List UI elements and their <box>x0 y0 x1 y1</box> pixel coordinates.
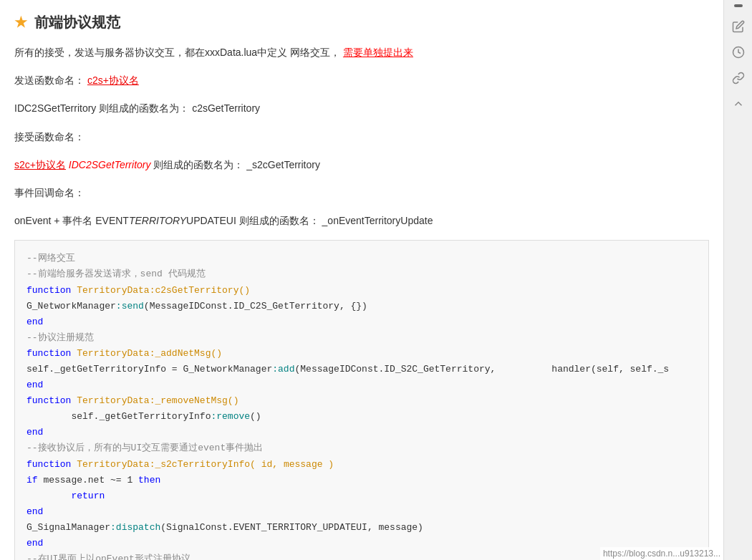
para6-label: 事件回调命名： <box>14 187 85 198</box>
para1-red: 需要单独提出来 <box>343 47 413 58</box>
code-comment-3: --协议注册规范 <box>26 332 94 343</box>
page-title: ★ 前端协议规范 <box>14 13 709 32</box>
paragraph-4: 接受函数命名： <box>14 128 709 146</box>
code-line-return: return <box>26 491 105 501</box>
para1-normal: 所有的接受，发送与服务器协议交互，都在xxxData.lua中定义 网络交互， <box>14 47 340 58</box>
code-end-3: end <box>26 427 43 438</box>
code-line-if: if message.net ~= 1 then <box>26 475 160 486</box>
para5-normal: 则组成的函数名为： _s2cGetTerritory <box>153 159 320 170</box>
code-fn-3: TerritoryData:_removeNetMsg() <box>77 395 238 406</box>
code-block: --网络交互 --前端给服务器发送请求，send 代码规范 function T… <box>14 240 709 560</box>
code-comment-5: --在UI界面上以onEvent形式注册协议 <box>26 554 191 560</box>
code-end-5: end <box>26 538 43 549</box>
code-end-4: end <box>26 506 43 517</box>
code-kw-function-4: function <box>26 459 71 470</box>
pencil-icon[interactable] <box>728 16 749 37</box>
bottom-url: https://blog.csdn.n...u913213... <box>600 547 723 560</box>
code-line-remove: self._getGetTerritoryInfo:remove() <box>26 411 261 422</box>
paragraph-6: 事件回调命名： <box>14 184 709 202</box>
paragraph-5: s2c+协议名 IDC2SGetTerritory 则组成的函数名为： _s2c… <box>14 156 709 174</box>
code-line-dispatch: G_SignalManager:dispatch(SignalConst.EVE… <box>26 522 423 533</box>
clock-icon[interactable] <box>728 42 749 63</box>
code-fn-4: TerritoryData:_s2cTerritoryInfo( id, mes… <box>77 459 334 470</box>
right-sidebar <box>723 0 752 560</box>
star-icon: ★ <box>14 14 27 30</box>
para7-normal: onEvent + 事件名 EVENTTERRITORYUPDATEUI 则组成… <box>14 215 433 226</box>
paragraph-7: onEvent + 事件名 EVENTTERRITORYUPDATEUI 则组成… <box>14 212 709 230</box>
para5-italic: IDC2SGetTerritory <box>69 159 151 170</box>
code-comment-2: --前端给服务器发送请求，send 代码规范 <box>26 269 206 279</box>
paragraph-3: IDC2SGetTerritory 则组成的函数名为： c2sGetTerrit… <box>14 100 709 117</box>
code-fn-2: TerritoryData:_addNetMsg() <box>77 348 222 359</box>
up-arrow-icon[interactable] <box>728 93 749 115</box>
para2-red: c2s+协议名 <box>87 74 139 86</box>
code-line-add: self._getGetTerritoryInfo = G_NetworkMan… <box>26 364 669 375</box>
code-end-2: end <box>26 380 43 390</box>
link-icon[interactable] <box>728 67 749 89</box>
paragraph-2: 发送函数命名： c2s+协议名 <box>14 72 709 90</box>
para2-label: 发送函数命名： <box>14 74 85 86</box>
code-kw-function-1: function <box>26 285 71 296</box>
code-kw-function-3: function <box>26 395 71 406</box>
para3-normal: IDC2SGetTerritory 则组成的函数名为： c2sGetTerrit… <box>14 102 260 114</box>
code-kw-function-2: function <box>26 348 71 359</box>
paragraph-1: 所有的接受，发送与服务器协议交互，都在xxxData.lua中定义 网络交互， … <box>14 44 709 62</box>
edit-button[interactable] <box>734 4 743 7</box>
code-comment-4: --接收协议后，所有的与UI交互需要通过event事件抛出 <box>26 443 263 453</box>
code-fn-1: TerritoryData:c2sGetTerritory() <box>77 285 250 296</box>
code-line-send: G_NetworkManager:send(MessageIDConst.ID_… <box>26 301 367 312</box>
para5-red-underline: s2c+协议名 <box>14 159 66 170</box>
main-content: ★ 前端协议规范 所有的接受，发送与服务器协议交互，都在xxxData.lua中… <box>0 0 723 560</box>
code-end-1: end <box>26 317 43 327</box>
code-comment-1: --网络交互 <box>26 253 75 264</box>
para4-label: 接受函数命名： <box>14 131 85 143</box>
